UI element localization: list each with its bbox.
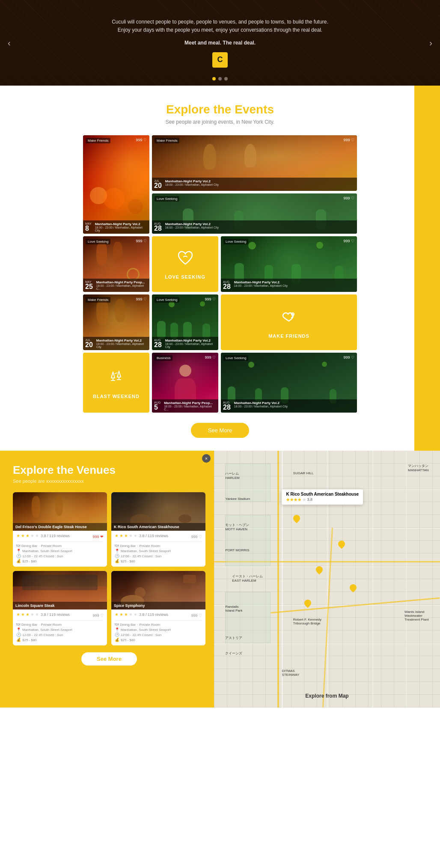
love-seeking-icon (176, 249, 195, 270)
events-row-3: Make Friends 999 ♡ JUL 20 Manhattan-Nigh… (83, 294, 357, 350)
venue-2-image: K Rico South American Steakhouse (111, 492, 205, 531)
card-6-hearts: 999 ♡ (136, 297, 147, 301)
venue-3-tags: 🍽 Dining Bar · Private Room (16, 622, 104, 627)
card-3-hearts: 999 ♡ (343, 196, 354, 200)
venue-1-body: ★★★★★ 3.8 / 119 reviews 999 ❤ 🍽 Dining B… (13, 531, 107, 567)
card-4-month: MAY (85, 280, 93, 283)
events-row-2: Love Seeking 999 ♡ MAY 25 Manhattan-Nigh… (83, 236, 357, 292)
event-card-4[interactable]: Love Seeking 999 ♡ MAY 25 Manhattan-Nigh… (83, 236, 149, 292)
card-7-hearts: 999 ♡ (205, 297, 216, 301)
card-5-info: AUG 28 Manhattan-Night Party Vol.2 18:00… (221, 279, 357, 292)
events-see-more-button[interactable]: See More (191, 423, 249, 438)
hero-prev-button[interactable]: ‹ (4, 35, 14, 51)
venues-title: Explore the Venues (13, 464, 205, 477)
venue-1-hearts: 999 ❤ (92, 535, 104, 539)
map-label-astoria: アストリア (225, 636, 242, 640)
map-label-east-harlem: イースト・ハーレムEAST HARLEM (232, 574, 263, 583)
card-2-month: JUL (154, 179, 162, 182)
hero-dot-3[interactable] (224, 77, 228, 80)
card-6-info: JUL 20 Manhattan-Night Party Vol.2 18:00… (83, 337, 149, 350)
event-card-love-seeking[interactable]: LOVE SEEKING (152, 236, 218, 292)
card-1-hearts: 999 ♡ (136, 138, 147, 142)
venues-close-button[interactable]: × (202, 454, 211, 463)
card-3-month: AUG (154, 222, 162, 225)
event-card-8[interactable]: Business 999 ♡ AUG 5 Manhattan-Night Par… (152, 353, 218, 413)
card-9-info: AUG 28 Manhattan-Night Party Vol.2 18:00… (221, 399, 357, 413)
card-9-day: 28 (223, 404, 231, 411)
venues-subtitle: See people are xxxxxxxxxxxxxxxx (13, 479, 205, 484)
event-card-make-friends[interactable]: MAKE FRIENDS (221, 294, 357, 350)
map-label-wards: Wards IslandWastewaterTreatment Plant (404, 610, 429, 621)
venue-2-price: 💰 $25 - $80 (115, 559, 202, 563)
events-row-1: Make Friends 999 ♡ MAY 8 Manhattan-Night… (83, 135, 357, 234)
venue-3-hours: 🕐 12:00 - 22:45 Closed : Sun (16, 633, 104, 637)
card-4-time: 18:00 - 23:00 / Manhattan, Alphabet C... (96, 284, 147, 290)
venue-2-body: ★★★★★ 3.8 / 119 reviews 999 ♡ 🍽 Dining B… (111, 531, 205, 567)
venue-card-2[interactable]: K Rico South American Steakhouse ★★★★★ 3… (111, 492, 205, 567)
make-friends-label: MAKE FRIENDS (268, 333, 309, 339)
venues-see-more-button[interactable]: See More (81, 652, 137, 666)
hero-tagline: Meet and meal. The real deal. (112, 39, 328, 47)
venue-2-rating: 3.8 / 119 reviews (139, 534, 168, 538)
card-6-month: JUL (85, 339, 93, 342)
card-8-month: AUG (154, 401, 161, 404)
venue-1-image: Del Frisco's Double Eagle Steak House (13, 492, 107, 531)
card-8-info: AUG 5 Manhattan-Night Party Peop... 18:0… (152, 399, 218, 413)
map-label-manhattan: マンハッタンMANHATTAN (408, 464, 429, 472)
venue-3-location: 📍 Manhattan, South Street Seaport (16, 627, 104, 632)
venue-card-3[interactable]: Lincoln Square Steak ★★★★★ 3.8 / 119 rev… (13, 571, 107, 645)
card-5-hearts: 999 ♡ (343, 239, 354, 243)
map-label-queens: クイーンズ (225, 651, 242, 656)
venue-card-1[interactable]: Del Frisco's Double Eagle Steak House ★★… (13, 492, 107, 567)
event-card-blast-weekend[interactable]: BLAST WEEKEND (83, 353, 149, 413)
event-card-2[interactable]: Make Friends 999 ♡ JUL 20 Manhattan-Nigh… (152, 135, 357, 191)
map-label-port-morris: PORT MORRIS (225, 548, 249, 552)
venue-1-name: Del Frisco's Double Eagle Steak House (13, 523, 107, 531)
venue-card-4[interactable]: Spice Symphony ★★★★★ 3.8 / 119 reviews 9… (111, 571, 205, 645)
card-9-time: 18:00 - 23:00 / Manhattan, Alphabet City (234, 405, 288, 408)
card-1-month: MAY (85, 222, 92, 225)
events-title: Explore the Events (9, 103, 431, 116)
hero-dot-1[interactable] (212, 77, 216, 80)
venue-3-body: ★★★★★ 3.8 / 119 reviews 999 ♡ 🍽 Dining B… (13, 609, 107, 645)
map-label-triborough: Robert F. KennedyTriborough Bridge (293, 618, 321, 625)
venue-4-image: Spice Symphony (111, 571, 205, 609)
venue-4-price: 💰 $25 - $80 (115, 638, 202, 642)
venue-3-image: Lincoln Square Steak (13, 571, 107, 609)
event-card-6[interactable]: Make Friends 999 ♡ JUL 20 Manhattan-Nigh… (83, 294, 149, 350)
events-subtitle: See people are joining events, in New Yo… (9, 119, 431, 125)
card-9-hearts: 999 ♡ (343, 355, 354, 360)
venue-1-rating: 3.8 / 119 reviews (41, 534, 70, 538)
card-1-title: Manhattan-Night Party Vol.2 (95, 222, 147, 226)
card-4-title: Manhattan-Night Party Peop... (96, 280, 147, 284)
venue-3-price: 💰 $25 - $80 (16, 638, 104, 642)
hero-next-button[interactable]: › (426, 35, 436, 51)
hero-dot-2[interactable] (218, 77, 222, 80)
event-card-1[interactable]: Make Friends 999 ♡ MAY 8 Manhattan-Night… (83, 135, 149, 234)
event-card-5[interactable]: Love Seeking 999 ♡ AUG 28 Manhattan-Nigh… (221, 236, 357, 292)
event-card-3[interactable]: Love Seeking 999 ♡ AUG 28 Manhattan-Nigh… (152, 193, 357, 234)
hero-line2: Enjoy your days with the people you meet… (112, 26, 328, 34)
card-2-label: Make Friends (155, 138, 179, 143)
venue-1-price: 💰 $25 - $80 (16, 559, 104, 563)
event-card-9[interactable]: Love Seeking 999 ♡ AUG 28 Manhattan-Nigh… (221, 353, 357, 413)
card-6-time: 18:00 - 23:00 / Manhattan, Alphabet City (96, 342, 147, 348)
hero-dots (212, 77, 228, 80)
venue-4-location: 📍 Manhattan, South Street Seaport (115, 627, 202, 632)
card-3-info: AUG 28 Manhattan-Night Party Vol.2 18:00… (152, 220, 357, 234)
map-area-1 (225, 464, 271, 502)
venue-4-stars: ★★★★★ 3.8 / 119 reviews (115, 612, 168, 617)
card-7-label: Love Seeking (155, 297, 179, 303)
venue-2-hours: 🕐 12:00 - 22:45 Closed : Sun (115, 554, 202, 558)
venue-4-hours: 🕐 12:00 - 22:45 Closed : Sun (115, 633, 202, 637)
make-friends-icon (279, 306, 298, 329)
card-7-time: 18:00 - 23:00 / Manhattan, Alphabet City (165, 342, 216, 348)
event-card-7[interactable]: Love Seeking 999 ♡ AUG 28 Manhattan-Nigh… (152, 294, 218, 350)
map-label-mott-haven: モット・ヘブンMOTT HAVEN (225, 523, 249, 531)
card-2-title: Manhattan-Night Party Vol.2 (165, 179, 219, 183)
card-8-label: Business (155, 355, 172, 361)
card-5-title: Manhattan-Night Party Vol.2 (234, 280, 288, 284)
card-5-day: 28 (223, 283, 231, 290)
card-4-info: MAY 25 Manhattan-Night Party Peop... 18:… (83, 279, 149, 292)
card-1-label: Make Friends (86, 138, 110, 143)
